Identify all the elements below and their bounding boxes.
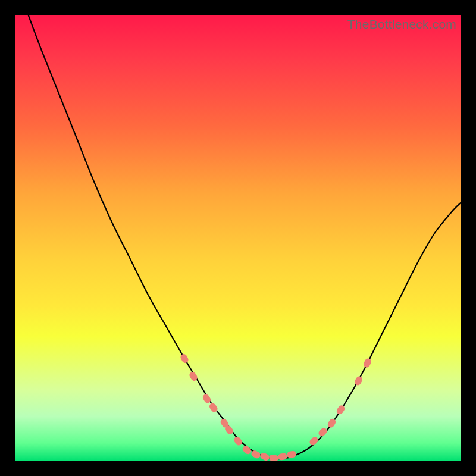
watermark-text: TheBottleneck.com (347, 17, 456, 32)
data-marker (317, 427, 328, 438)
data-marker (353, 375, 364, 387)
svg-rect-2 (202, 393, 212, 405)
data-marker (308, 436, 320, 447)
data-marker (362, 358, 372, 369)
data-marker (179, 353, 189, 364)
data-marker (336, 404, 346, 415)
data-marker (219, 418, 230, 429)
svg-rect-5 (224, 424, 234, 436)
data-marker (224, 424, 234, 436)
curve-layer (15, 15, 461, 461)
svg-rect-11 (277, 453, 287, 461)
svg-rect-14 (317, 427, 328, 438)
plot-area: TheBottleneck.com (15, 15, 461, 461)
svg-rect-0 (179, 353, 189, 364)
svg-rect-6 (233, 436, 243, 447)
svg-rect-12 (286, 450, 296, 458)
svg-rect-10 (268, 454, 278, 461)
svg-rect-1 (188, 371, 198, 382)
svg-rect-17 (353, 375, 364, 387)
svg-rect-18 (362, 358, 372, 369)
data-marker (208, 402, 219, 414)
data-marker (188, 371, 198, 382)
svg-rect-7 (242, 444, 253, 455)
data-marker (202, 393, 212, 405)
data-marker (259, 452, 271, 461)
svg-rect-8 (250, 449, 262, 459)
svg-rect-16 (336, 404, 346, 415)
svg-rect-3 (208, 402, 219, 414)
svg-rect-13 (308, 436, 320, 447)
svg-rect-9 (259, 452, 271, 461)
data-marker (277, 453, 287, 461)
bottleneck-curve (29, 15, 462, 459)
data-marker (327, 418, 337, 429)
data-marker (286, 450, 296, 458)
data-marker (242, 444, 253, 455)
data-marker (233, 436, 243, 447)
data-marker (250, 449, 262, 459)
chart-frame: TheBottleneck.com (0, 0, 476, 476)
data-marker (268, 454, 278, 461)
data-markers (179, 353, 372, 461)
svg-rect-4 (219, 418, 230, 429)
svg-rect-15 (327, 418, 337, 429)
